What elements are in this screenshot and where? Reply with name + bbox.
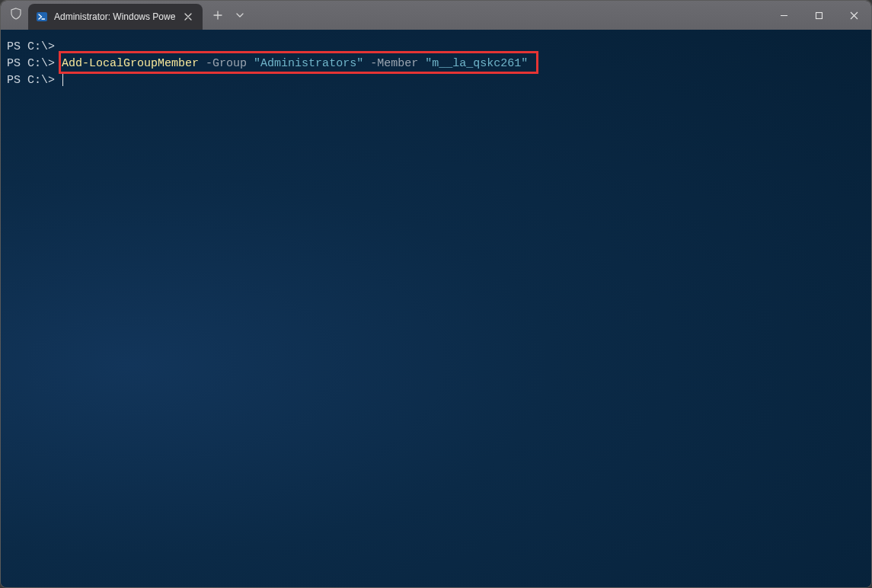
- titlebar: Administrator: Windows Powe: [1, 1, 871, 30]
- tab-dropdown-button[interactable]: [230, 8, 250, 22]
- new-tab-button[interactable]: [207, 8, 228, 23]
- ps-prompt: PS C:\>: [7, 74, 55, 87]
- tab-title: Administrator: Windows Powe: [54, 11, 175, 22]
- tab-close-button[interactable]: [181, 10, 195, 24]
- ps-prompt: PS C:\>: [7, 57, 55, 70]
- ps-param: -Member: [370, 57, 418, 70]
- uac-shield-icon: [10, 8, 22, 23]
- ps-string: "Administrators": [254, 57, 363, 70]
- tab-powershell[interactable]: Administrator: Windows Powe: [28, 4, 203, 30]
- terminal-line: PS C:\>: [7, 72, 865, 89]
- close-window-button[interactable]: [836, 1, 871, 30]
- svg-rect-3: [816, 12, 822, 18]
- window-controls: [766, 1, 871, 30]
- terminal-line: PS C:\>: [7, 39, 865, 56]
- uac-shield-area: [1, 1, 28, 30]
- terminal-surface[interactable]: PS C:\> PS C:\> Add-LocalGroupMember -Gr…: [1, 30, 871, 588]
- titlebar-drag-region[interactable]: [250, 1, 766, 30]
- minimize-button[interactable]: [766, 1, 801, 30]
- powershell-icon: [36, 11, 48, 23]
- ps-param: -Group: [206, 57, 247, 70]
- terminal-line: PS C:\> Add-LocalGroupMember -Group "Adm…: [7, 56, 865, 72]
- ps-cmdlet: Add-LocalGroupMember: [62, 57, 199, 70]
- tab-actions: [203, 1, 250, 30]
- text-cursor: [62, 74, 63, 86]
- ps-string: "m__la_qskc261": [425, 57, 528, 70]
- ps-prompt: PS C:\>: [7, 40, 55, 53]
- maximize-button[interactable]: [801, 1, 836, 30]
